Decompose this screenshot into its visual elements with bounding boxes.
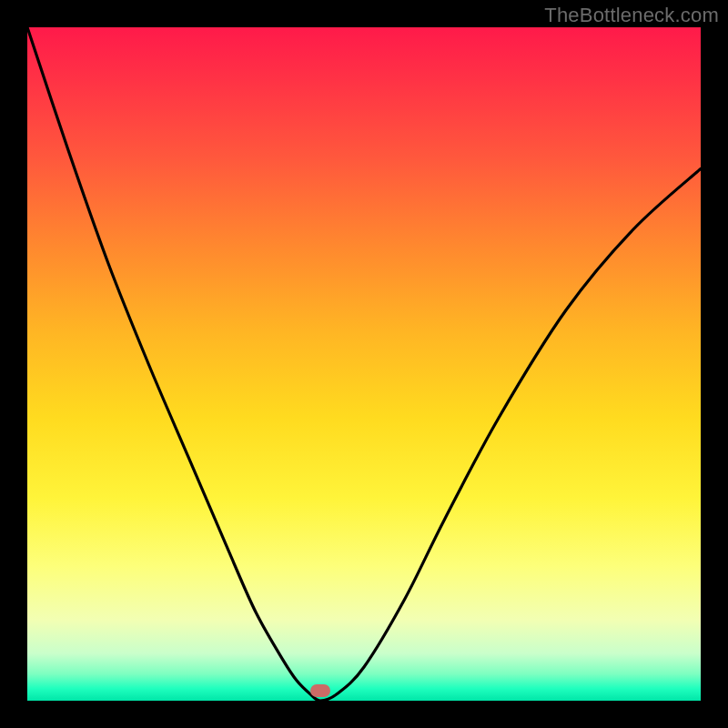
curve-svg [27, 27, 701, 701]
plot-area [27, 27, 701, 701]
watermark-label: TheBottleneck.com [544, 4, 719, 27]
optimum-marker [310, 684, 330, 697]
bottleneck-curve [27, 27, 701, 701]
